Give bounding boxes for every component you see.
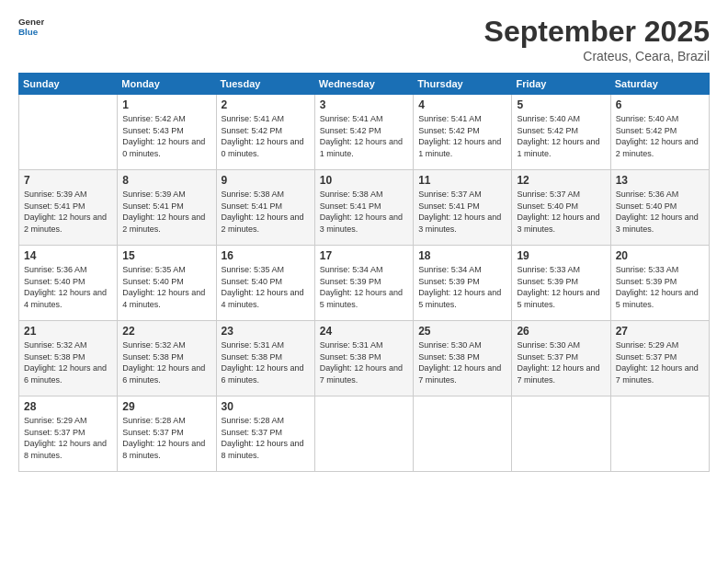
day-cell: 19Sunrise: 5:33 AM Sunset: 5:39 PM Dayli… — [512, 246, 610, 321]
week-row-3: 14Sunrise: 5:36 AM Sunset: 5:40 PM Dayli… — [19, 246, 710, 321]
day-info: Sunrise: 5:41 AM Sunset: 5:42 PM Dayligh… — [320, 113, 408, 159]
col-header-friday: Friday — [512, 74, 610, 95]
day-number: 24 — [320, 325, 408, 338]
day-cell — [19, 95, 118, 170]
day-cell: 4Sunrise: 5:41 AM Sunset: 5:42 PM Daylig… — [414, 95, 512, 170]
calendar-table: SundayMondayTuesdayWednesdayThursdayFrid… — [18, 73, 710, 472]
day-number: 2 — [222, 98, 310, 111]
day-info: Sunrise: 5:35 AM Sunset: 5:40 PM Dayligh… — [222, 264, 310, 310]
day-cell: 9Sunrise: 5:38 AM Sunset: 5:41 PM Daylig… — [216, 170, 314, 246]
day-cell: 7Sunrise: 5:39 AM Sunset: 5:41 PM Daylig… — [19, 170, 118, 246]
day-info: Sunrise: 5:42 AM Sunset: 5:43 PM Dayligh… — [122, 113, 210, 159]
col-header-thursday: Thursday — [414, 74, 512, 95]
day-info: Sunrise: 5:41 AM Sunset: 5:42 PM Dayligh… — [418, 113, 506, 159]
day-number: 12 — [517, 174, 605, 187]
month-title: September 2025 — [484, 15, 710, 49]
day-number: 23 — [222, 325, 310, 338]
day-number: 30 — [222, 400, 310, 413]
day-info: Sunrise: 5:36 AM Sunset: 5:40 PM Dayligh… — [24, 264, 112, 310]
day-number: 27 — [616, 325, 704, 338]
day-number: 28 — [24, 400, 112, 413]
day-cell: 28Sunrise: 5:29 AM Sunset: 5:37 PM Dayli… — [19, 396, 118, 472]
day-cell: 27Sunrise: 5:29 AM Sunset: 5:37 PM Dayli… — [610, 321, 709, 396]
day-cell: 10Sunrise: 5:38 AM Sunset: 5:41 PM Dayli… — [314, 170, 413, 246]
day-info: Sunrise: 5:28 AM Sunset: 5:37 PM Dayligh… — [122, 415, 210, 461]
col-header-saturday: Saturday — [610, 74, 709, 95]
day-number: 10 — [320, 174, 408, 187]
day-number: 19 — [517, 249, 605, 262]
day-number: 21 — [24, 325, 112, 338]
day-cell: 8Sunrise: 5:39 AM Sunset: 5:41 PM Daylig… — [118, 170, 216, 246]
logo: General Blue — [18, 15, 44, 40]
calendar-page: General Blue September 2025 Crateus, Cea… — [0, 0, 728, 563]
week-row-2: 7Sunrise: 5:39 AM Sunset: 5:41 PM Daylig… — [19, 170, 710, 246]
day-cell: 12Sunrise: 5:37 AM Sunset: 5:40 PM Dayli… — [512, 170, 610, 246]
day-number: 25 — [418, 325, 506, 338]
day-number: 5 — [517, 98, 605, 111]
day-cell: 5Sunrise: 5:40 AM Sunset: 5:42 PM Daylig… — [512, 95, 610, 170]
day-info: Sunrise: 5:33 AM Sunset: 5:39 PM Dayligh… — [616, 264, 704, 310]
day-number: 7 — [24, 174, 112, 187]
day-info: Sunrise: 5:41 AM Sunset: 5:42 PM Dayligh… — [222, 113, 310, 159]
day-cell: 20Sunrise: 5:33 AM Sunset: 5:39 PM Dayli… — [610, 246, 709, 321]
day-info: Sunrise: 5:39 AM Sunset: 5:41 PM Dayligh… — [24, 189, 112, 235]
day-cell: 29Sunrise: 5:28 AM Sunset: 5:37 PM Dayli… — [118, 396, 216, 472]
svg-text:Blue: Blue — [18, 27, 39, 37]
day-info: Sunrise: 5:39 AM Sunset: 5:41 PM Dayligh… — [122, 189, 210, 235]
col-header-tuesday: Tuesday — [216, 74, 314, 95]
day-number: 14 — [24, 249, 112, 262]
col-header-monday: Monday — [118, 74, 216, 95]
day-cell: 13Sunrise: 5:36 AM Sunset: 5:40 PM Dayli… — [610, 170, 709, 246]
day-number: 3 — [320, 98, 408, 111]
day-cell: 14Sunrise: 5:36 AM Sunset: 5:40 PM Dayli… — [19, 246, 118, 321]
day-info: Sunrise: 5:32 AM Sunset: 5:38 PM Dayligh… — [24, 339, 112, 385]
col-header-wednesday: Wednesday — [314, 74, 413, 95]
day-number: 4 — [418, 98, 506, 111]
day-cell: 23Sunrise: 5:31 AM Sunset: 5:38 PM Dayli… — [216, 321, 314, 396]
week-row-1: 1Sunrise: 5:42 AM Sunset: 5:43 PM Daylig… — [19, 95, 710, 170]
day-number: 13 — [616, 174, 704, 187]
week-row-5: 28Sunrise: 5:29 AM Sunset: 5:37 PM Dayli… — [19, 396, 710, 472]
header: General Blue September 2025 Crateus, Cea… — [18, 15, 710, 63]
day-info: Sunrise: 5:38 AM Sunset: 5:41 PM Dayligh… — [320, 189, 408, 235]
day-number: 16 — [222, 249, 310, 262]
day-cell: 6Sunrise: 5:40 AM Sunset: 5:42 PM Daylig… — [610, 95, 709, 170]
day-number: 20 — [616, 249, 704, 262]
day-cell — [512, 396, 610, 472]
day-info: Sunrise: 5:40 AM Sunset: 5:42 PM Dayligh… — [517, 113, 605, 159]
day-cell — [414, 396, 512, 472]
day-number: 1 — [122, 98, 210, 111]
day-info: Sunrise: 5:33 AM Sunset: 5:39 PM Dayligh… — [517, 264, 605, 310]
day-info: Sunrise: 5:35 AM Sunset: 5:40 PM Dayligh… — [122, 264, 210, 310]
title-block: September 2025 Crateus, Ceara, Brazil — [484, 15, 710, 63]
day-info: Sunrise: 5:30 AM Sunset: 5:37 PM Dayligh… — [517, 339, 605, 385]
day-number: 11 — [418, 174, 506, 187]
day-cell: 11Sunrise: 5:37 AM Sunset: 5:41 PM Dayli… — [414, 170, 512, 246]
subtitle: Crateus, Ceara, Brazil — [484, 49, 710, 63]
col-header-sunday: Sunday — [19, 74, 118, 95]
day-info: Sunrise: 5:32 AM Sunset: 5:38 PM Dayligh… — [122, 339, 210, 385]
day-info: Sunrise: 5:37 AM Sunset: 5:40 PM Dayligh… — [517, 189, 605, 235]
day-cell: 16Sunrise: 5:35 AM Sunset: 5:40 PM Dayli… — [216, 246, 314, 321]
header-row: SundayMondayTuesdayWednesdayThursdayFrid… — [19, 74, 710, 95]
day-info: Sunrise: 5:34 AM Sunset: 5:39 PM Dayligh… — [320, 264, 408, 310]
day-cell: 2Sunrise: 5:41 AM Sunset: 5:42 PM Daylig… — [216, 95, 314, 170]
day-number: 29 — [122, 400, 210, 413]
day-number: 18 — [418, 249, 506, 262]
day-info: Sunrise: 5:29 AM Sunset: 5:37 PM Dayligh… — [616, 339, 704, 385]
day-info: Sunrise: 5:38 AM Sunset: 5:41 PM Dayligh… — [222, 189, 310, 235]
day-cell: 15Sunrise: 5:35 AM Sunset: 5:40 PM Dayli… — [118, 246, 216, 321]
day-info: Sunrise: 5:37 AM Sunset: 5:41 PM Dayligh… — [418, 189, 506, 235]
day-cell: 17Sunrise: 5:34 AM Sunset: 5:39 PM Dayli… — [314, 246, 413, 321]
day-cell — [610, 396, 709, 472]
day-cell: 24Sunrise: 5:31 AM Sunset: 5:38 PM Dayli… — [314, 321, 413, 396]
day-info: Sunrise: 5:31 AM Sunset: 5:38 PM Dayligh… — [320, 339, 408, 385]
svg-text:General: General — [18, 17, 44, 27]
day-info: Sunrise: 5:30 AM Sunset: 5:38 PM Dayligh… — [418, 339, 506, 385]
day-cell: 25Sunrise: 5:30 AM Sunset: 5:38 PM Dayli… — [414, 321, 512, 396]
day-cell — [314, 396, 413, 472]
day-cell: 21Sunrise: 5:32 AM Sunset: 5:38 PM Dayli… — [19, 321, 118, 396]
day-cell: 26Sunrise: 5:30 AM Sunset: 5:37 PM Dayli… — [512, 321, 610, 396]
day-info: Sunrise: 5:28 AM Sunset: 5:37 PM Dayligh… — [222, 415, 310, 461]
day-cell: 22Sunrise: 5:32 AM Sunset: 5:38 PM Dayli… — [118, 321, 216, 396]
